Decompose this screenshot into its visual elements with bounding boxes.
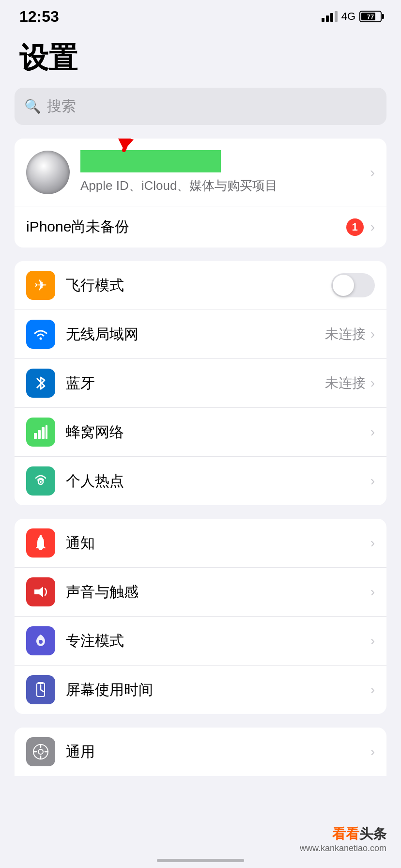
- focus-chevron: ›: [370, 633, 375, 649]
- cellular-label: 蜂窝网络: [66, 422, 370, 442]
- home-indicator: [157, 859, 244, 862]
- screentime-icon: [26, 675, 55, 704]
- notifications-label: 通知: [66, 533, 370, 553]
- annotation-arrow: [95, 139, 192, 165]
- screentime-chevron: ›: [370, 682, 375, 698]
- bluetooth-row[interactable]: 蓝牙 未连接 ›: [15, 359, 386, 408]
- page-content: 设置 🔍 搜索: [0, 29, 401, 776]
- airplane-mode-row[interactable]: ✈ 飞行模式: [15, 261, 386, 310]
- screentime-label: 屏幕使用时间: [66, 680, 370, 700]
- bluetooth-icon: [26, 369, 55, 398]
- sounds-label: 声音与触感: [66, 582, 370, 602]
- profile-info: Apple ID、iCloud、媒体与购买项目: [80, 150, 370, 194]
- airplane-label: 飞行模式: [66, 276, 331, 295]
- search-icon: 🔍: [24, 98, 41, 114]
- network-label: 4G: [341, 10, 355, 23]
- hotspot-chevron: ›: [370, 473, 375, 489]
- watermark-url: www.kankanetiao.com: [300, 843, 386, 853]
- bluetooth-label: 蓝牙: [66, 373, 325, 393]
- sounds-chevron: ›: [370, 584, 375, 600]
- svg-rect-3: [34, 433, 37, 439]
- hotspot-row[interactable]: 个人热点 ›: [15, 457, 386, 505]
- svg-marker-10: [34, 587, 43, 597]
- focus-icon: [26, 626, 55, 655]
- signal-icon: [322, 11, 338, 22]
- avatar: [26, 151, 70, 194]
- svg-marker-1: [117, 139, 134, 150]
- backup-row[interactable]: iPhone尚未备份 1 ›: [15, 206, 386, 248]
- watermark: 看看头条 www.kankanetiao.com: [300, 825, 386, 853]
- cellular-chevron: ›: [370, 424, 375, 440]
- status-bar: 12:53 4G 77: [0, 0, 401, 29]
- sounds-icon: [26, 577, 55, 606]
- airplane-toggle[interactable]: [331, 273, 375, 297]
- wifi-value: 未连接: [325, 325, 366, 343]
- svg-point-11: [39, 640, 43, 644]
- svg-rect-5: [42, 427, 45, 439]
- focus-row[interactable]: 专注模式 ›: [15, 617, 386, 666]
- cellular-row[interactable]: 蜂窝网络 ›: [15, 408, 386, 457]
- network-section: ✈ 飞行模式 无线局域网 未连接 ›: [15, 261, 386, 505]
- backup-text: iPhone尚未备份: [26, 217, 346, 237]
- sounds-row[interactable]: 声音与触感 ›: [15, 568, 386, 617]
- notification-section: 通知 › 声音与触感 › 专注模式 ›: [15, 519, 386, 714]
- general-chevron: ›: [370, 744, 375, 760]
- screentime-row[interactable]: 屏幕使用时间 ›: [15, 666, 386, 714]
- svg-point-9: [40, 535, 42, 538]
- general-icon: [26, 737, 55, 766]
- profile-row[interactable]: Apple ID、iCloud、媒体与购买项目 ›: [15, 139, 386, 206]
- profile-chevron: ›: [370, 164, 375, 181]
- backup-chevron: ›: [370, 219, 375, 235]
- bluetooth-chevron: ›: [370, 375, 375, 391]
- notifications-chevron: ›: [370, 535, 375, 551]
- svg-point-8: [40, 481, 42, 483]
- page-title: 设置: [15, 29, 386, 88]
- general-label: 通用: [66, 742, 370, 762]
- cellular-icon: [26, 418, 55, 447]
- notifications-icon: [26, 528, 55, 558]
- airplane-icon: ✈: [26, 271, 55, 300]
- search-placeholder: 搜索: [47, 96, 76, 116]
- svg-rect-6: [46, 425, 47, 439]
- wifi-label: 无线局域网: [66, 325, 325, 344]
- bluetooth-value: 未连接: [325, 374, 366, 392]
- profile-section: Apple ID、iCloud、媒体与购买项目 › iPhone尚未备份 1 ›: [15, 139, 386, 248]
- svg-point-17: [38, 749, 43, 754]
- search-bar[interactable]: 🔍 搜索: [15, 88, 386, 125]
- focus-label: 专注模式: [66, 631, 370, 651]
- profile-subtitle: Apple ID、iCloud、媒体与购买项目: [80, 177, 370, 194]
- status-time: 12:53: [19, 8, 59, 26]
- battery-icon: 77: [359, 11, 382, 22]
- wifi-icon: [26, 320, 55, 349]
- hotspot-icon: [26, 466, 55, 496]
- backup-badge: 1: [346, 218, 364, 236]
- profile-name-highlight: [80, 150, 221, 172]
- svg-line-15: [41, 690, 44, 692]
- svg-line-0: [124, 139, 153, 150]
- wifi-row[interactable]: 无线局域网 未连接 ›: [15, 310, 386, 359]
- status-icons: 4G 77: [322, 10, 382, 23]
- svg-rect-4: [38, 430, 41, 439]
- hotspot-label: 个人热点: [66, 471, 370, 491]
- wifi-chevron: ›: [370, 326, 375, 342]
- watermark-brand: 看看头条: [300, 825, 386, 843]
- general-row[interactable]: 通用 ›: [15, 728, 386, 776]
- notifications-row[interactable]: 通知 ›: [15, 519, 386, 568]
- svg-point-2: [40, 338, 42, 340]
